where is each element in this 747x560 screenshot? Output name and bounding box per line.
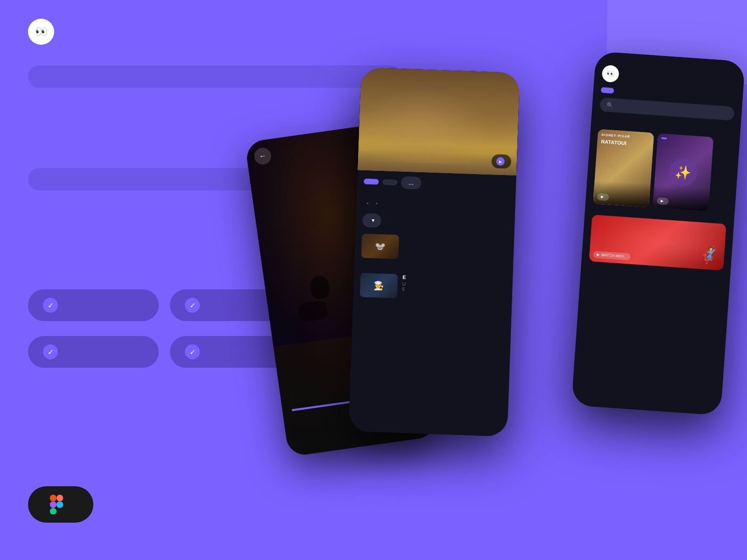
svg-rect-3 — [50, 508, 56, 515]
episode-thumbnail-2: 👨‍🍳 — [360, 273, 398, 299]
episode-row-1: 🐭 — [354, 230, 514, 267]
figma-icon — [47, 495, 66, 514]
filter-more[interactable]: ... — [401, 176, 422, 189]
letssee-header: 👀 — [601, 65, 737, 91]
badges-row-1: ✓ ✓ — [28, 289, 301, 321]
check-icon-4: ✓ — [185, 344, 200, 359]
play-circle-icon: ▶ — [496, 157, 505, 166]
badge-customizable: ✓ — [28, 289, 159, 321]
top-badge — [661, 137, 667, 140]
ratatouille-card-bg: DISNEY·PIXAR RATATOUI ▶ — [593, 129, 654, 207]
phone-right-screen: 👀 — [571, 51, 745, 415]
episode-scene-2: 👨‍🍳 — [360, 273, 398, 299]
svg-rect-2 — [50, 501, 56, 508]
badges-row-2: ✓ ✓ — [28, 336, 301, 368]
svg-rect-1 — [56, 495, 63, 501]
check-icon-3: ✓ — [43, 344, 58, 359]
ratatouille-card-title: RATATOUI — [601, 139, 627, 146]
chevron-down-icon: ▾ — [372, 217, 374, 224]
badge-font: ✓ — [28, 336, 159, 368]
movies-today-section: ▶ WATCH MOV... 🦸 — [581, 208, 734, 274]
movie-card-ratatouille[interactable]: DISNEY·PIXAR RATATOUI ▶ — [593, 129, 654, 207]
search-bar[interactable]: 🔍 — [599, 98, 734, 121]
silhouette-1 — [309, 274, 331, 300]
movie-cards-row: DISNEY·PIXAR RATATOUI ▶ ✨ — [585, 128, 740, 213]
movie-meta: • • — [363, 201, 508, 211]
season-selector[interactable]: ▾ — [362, 213, 381, 228]
hero-title-block-1 — [28, 65, 402, 88]
ratatouille-banner: ▶ — [358, 67, 520, 175]
ratatouille-card-label: DISNEY·PIXAR — [601, 133, 630, 138]
silhouette-2 — [297, 300, 328, 322]
incredibles-char: 🦸 — [698, 245, 720, 266]
ratatouille-watch-btn[interactable]: ▶ — [597, 193, 609, 201]
nav-tab-movies[interactable] — [633, 89, 646, 96]
watch-trailer-button[interactable]: ▶ — [491, 154, 511, 168]
ratatouille-card-overlay: ▶ — [593, 180, 650, 207]
nav-tab-tv[interactable] — [617, 88, 630, 95]
check-icon-2: ✓ — [185, 298, 200, 313]
back-arrow-icon[interactable]: ← — [253, 147, 272, 166]
search-icon: 🔍 — [606, 102, 613, 109]
episode-scene-1: 🐭 — [361, 234, 399, 259]
nav-tab-all[interactable] — [601, 87, 614, 94]
ep-meta-1 — [404, 237, 507, 240]
soul-card-overlay: ▶ — [653, 184, 710, 211]
logo-icon: 👀 — [28, 19, 54, 45]
episode-info-1 — [404, 235, 507, 240]
filter-all[interactable] — [364, 178, 379, 184]
episode-row-2: 👨‍🍳 E U 5 — [353, 269, 513, 306]
phone-right-mockup: 👀 — [571, 51, 745, 415]
check-icon-1: ✓ — [43, 298, 58, 313]
svg-rect-0 — [50, 495, 56, 501]
incredibles-card[interactable]: ▶ WATCH MOV... 🦸 — [589, 215, 726, 271]
filter-action[interactable] — [382, 179, 397, 185]
phone-middle-screen: ▶ ... • • — [348, 67, 520, 436]
svg-point-4 — [56, 501, 63, 508]
screens-counter — [28, 486, 93, 523]
episode-info-2: E U 5 — [402, 274, 506, 295]
movie-card-soul[interactable]: ✨ ▶ — [653, 133, 714, 211]
episode-thumbnail-1: 🐭 — [361, 234, 399, 259]
ep-title-1 — [404, 235, 507, 239]
header: 👀 — [28, 19, 61, 45]
ep-number-1 — [404, 237, 507, 240]
ls-logo-icon: 👀 — [601, 65, 619, 83]
soul-icon: ✨ — [668, 157, 698, 187]
phone-middle-mockup: ▶ ... • • — [348, 67, 520, 436]
soul-watch-btn[interactable]: ▶ — [656, 197, 669, 205]
phone-right-header: 👀 — [591, 51, 745, 132]
